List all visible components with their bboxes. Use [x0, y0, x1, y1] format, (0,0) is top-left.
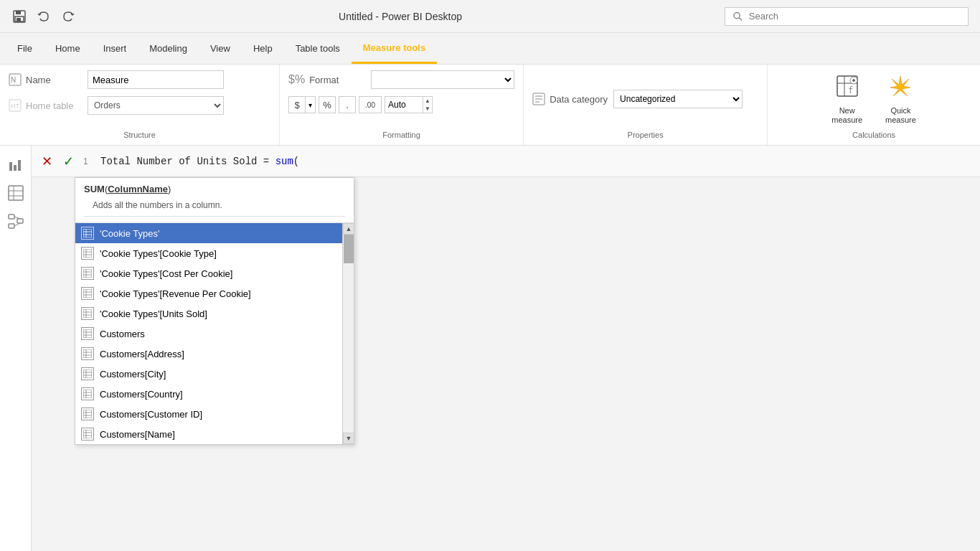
home-table-label: Home table — [26, 100, 83, 111]
scroll-thumb[interactable] — [344, 235, 354, 263]
autocomplete-item-1[interactable]: 'Cookie Types'[Cookie Type] — [75, 243, 342, 263]
properties-section: Data category Uncategorized Address City… — [524, 65, 768, 145]
table-icon-2 — [81, 267, 94, 280]
undo-icon[interactable] — [36, 9, 52, 24]
redo-icon[interactable] — [60, 9, 76, 24]
svg-rect-45 — [83, 289, 92, 298]
item-label-6: Customers[Address] — [100, 349, 184, 359]
svg-text:f: f — [848, 85, 853, 95]
autocomplete-item-10[interactable]: Customers[Name] — [75, 424, 342, 444]
search-bar[interactable] — [725, 7, 969, 26]
item-label-5: Customers — [100, 329, 145, 339]
structure-label: Structure — [9, 128, 270, 139]
name-row: N Name — [9, 70, 224, 89]
table-icon-4 — [81, 307, 94, 320]
table-icon-10 — [81, 428, 94, 441]
dollar-button[interactable]: $ — [288, 96, 306, 113]
window-title: Untitled - Power BI Desktop — [339, 11, 462, 22]
autocomplete-item-5[interactable]: Customers — [75, 324, 342, 344]
svg-rect-49 — [83, 309, 92, 318]
new-measure-label: New measure — [831, 106, 862, 125]
content-area: ✕ ✓ 1 Total Number of Units Sold = sum( … — [32, 146, 980, 551]
sidebar-data-icon[interactable] — [3, 180, 29, 206]
svg-rect-73 — [83, 430, 92, 438]
dollar-dropdown[interactable]: ▾ — [306, 96, 316, 113]
auto-input[interactable] — [385, 96, 423, 113]
svg-rect-28 — [9, 215, 14, 219]
menu-modeling[interactable]: Modeling — [138, 33, 199, 64]
autocomplete-item-9[interactable]: Customers[Customer ID] — [75, 404, 342, 424]
svg-rect-53 — [83, 329, 92, 338]
scroll-down-button[interactable]: ▼ — [343, 433, 354, 444]
menu-table-tools[interactable]: Table tools — [284, 33, 352, 64]
formula-text-before: Total Number of Units Sold = — [100, 156, 275, 167]
autocomplete-item-0[interactable]: 'Cookie Types' — [75, 223, 342, 243]
sidebar-model-icon[interactable] — [3, 209, 29, 235]
func-description: Adds all the numbers in a column. — [84, 194, 345, 217]
format-label: Format — [309, 75, 367, 85]
autocomplete-dropdown: SUM(ColumnName) Adds all the numbers in … — [75, 177, 354, 445]
quick-measure-label: Quick measure — [885, 106, 916, 125]
home-table-select[interactable]: Orders — [88, 96, 224, 115]
autocomplete-item-2[interactable]: 'Cookie Types'[Cost Per Cookie] — [75, 263, 342, 283]
item-label-3: 'Cookie Types'[Revenue Per Cookie] — [100, 288, 251, 299]
formula-bar: ✕ ✓ 1 Total Number of Units Sold = sum( — [32, 146, 980, 177]
window-controls — [11, 9, 76, 24]
menu-file[interactable]: File — [6, 33, 44, 64]
autocomplete-item-7[interactable]: Customers[City] — [75, 364, 342, 384]
structure-section: N Name HT Home table Orders — [0, 65, 280, 145]
item-label-4: 'Cookie Types'[Units Sold] — [100, 309, 207, 319]
item-label-10: Customers[Name] — [100, 429, 175, 440]
table-icon-1 — [81, 247, 94, 260]
autocomplete-item-4[interactable]: 'Cookie Types'[Units Sold] — [75, 303, 342, 324]
name-input[interactable] — [88, 70, 224, 89]
quick-measure-button[interactable]: Quick measure — [880, 70, 922, 128]
svg-rect-69 — [83, 410, 92, 418]
autocomplete-scrollbar[interactable]: ▲ ▼ — [342, 223, 354, 444]
svg-rect-33 — [83, 229, 92, 237]
item-label-8: Customers[Country] — [100, 389, 183, 400]
home-table-row: HT Home table Orders — [9, 96, 224, 115]
save-icon[interactable] — [11, 9, 27, 24]
properties-label: Properties — [532, 128, 758, 139]
percent-button[interactable]: % — [319, 96, 336, 113]
format-select[interactable]: General Currency Percentage — [371, 70, 514, 89]
new-measure-icon: f — [834, 73, 860, 105]
svg-rect-21 — [9, 162, 12, 171]
comma-button[interactable]: , — [339, 96, 356, 113]
spinner-up[interactable]: ▲ — [423, 97, 432, 105]
svg-rect-41 — [83, 269, 92, 278]
svg-rect-24 — [9, 186, 23, 200]
calculations-section: f New measure Quick measure Calculations — [768, 65, 980, 145]
formula-content[interactable]: Total Number of Units Sold = sum( — [100, 156, 974, 167]
autocomplete-list: 'Cookie Types' 'Cookie Types'[Cookie Typ… — [75, 223, 354, 444]
menu-help[interactable]: Help — [242, 33, 284, 64]
data-category-label: Data category — [550, 94, 608, 105]
autocomplete-item-3[interactable]: 'Cookie Types'[Revenue Per Cookie] — [75, 283, 342, 303]
svg-text:N: N — [11, 76, 16, 84]
menu-measure-tools[interactable]: Measure tools — [352, 33, 437, 64]
menu-view[interactable]: View — [199, 33, 242, 64]
search-input[interactable] — [749, 11, 961, 22]
autocomplete-item-8[interactable]: Customers[Country] — [75, 384, 342, 404]
formatting-label: Formatting — [288, 128, 514, 139]
decimal-button[interactable]: .00 — [359, 96, 382, 113]
new-measure-button[interactable]: f New measure — [826, 70, 868, 128]
formatting-section: $% Format General Currency Percentage $ … — [280, 65, 524, 145]
menu-home[interactable]: Home — [44, 33, 92, 64]
data-category-select[interactable]: Uncategorized Address City Country — [613, 90, 743, 108]
menu-insert[interactable]: Insert — [92, 33, 138, 64]
autocomplete-item-6[interactable]: Customers[Address] — [75, 344, 342, 364]
main-area: ✕ ✓ 1 Total Number of Units Sold = sum( … — [0, 146, 980, 551]
table-icon-9 — [81, 408, 94, 420]
spinner-down[interactable]: ▼ — [423, 105, 432, 113]
cancel-formula-button[interactable]: ✕ — [37, 152, 56, 171]
accept-formula-button[interactable]: ✓ — [59, 152, 77, 171]
func-signature: SUM(ColumnName) — [84, 184, 345, 194]
table-icon-3 — [81, 287, 94, 300]
svg-rect-29 — [9, 224, 14, 228]
item-label-1: 'Cookie Types'[Cookie Type] — [100, 248, 217, 259]
menu-bar: File Home Insert Modeling View Help Tabl… — [0, 33, 980, 65]
sidebar-report-icon[interactable] — [3, 151, 29, 177]
scroll-up-button[interactable]: ▲ — [343, 223, 354, 235]
